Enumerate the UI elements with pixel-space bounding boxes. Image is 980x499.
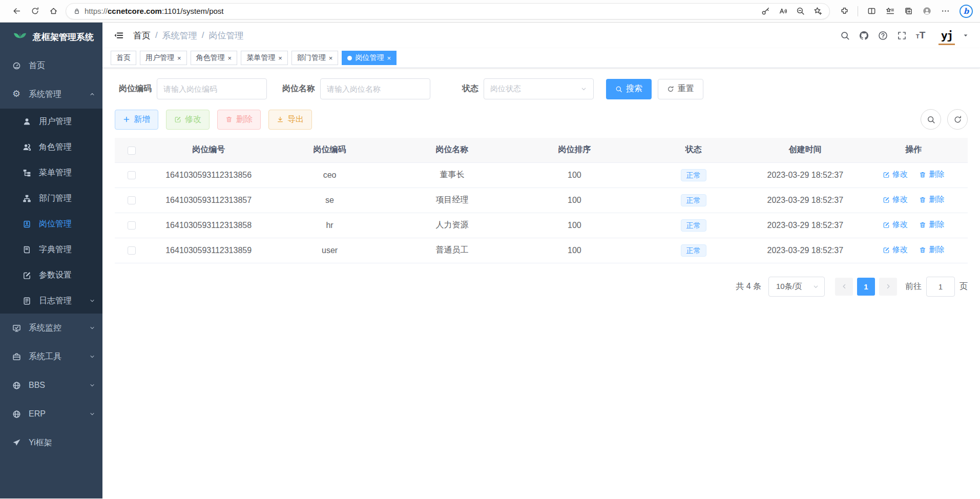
- tab[interactable]: 部门管理 ×: [291, 51, 339, 65]
- breadcrumb: 首页/系统管理/岗位管理: [133, 30, 243, 41]
- sidebar-item[interactable]: Yi框架: [0, 428, 102, 457]
- breadcrumb-separator: /: [155, 30, 158, 40]
- close-icon[interactable]: ×: [177, 55, 181, 61]
- sidebar-item[interactable]: BBS: [0, 371, 102, 400]
- status-badge: 正常: [681, 194, 706, 206]
- sidebar-item[interactable]: 系统工具: [0, 342, 102, 371]
- sidebar-item[interactable]: 用户管理: [0, 109, 102, 134]
- sidebar-item[interactable]: ERP: [0, 400, 102, 428]
- favorites-list-icon[interactable]: [881, 3, 899, 19]
- app-logo[interactable]: 意框架管理系统: [0, 23, 102, 51]
- back-icon[interactable]: [7, 3, 26, 19]
- sidebar-item[interactable]: 参数设置: [0, 262, 102, 288]
- sidebar-item[interactable]: 首页: [0, 51, 102, 80]
- sidebar-item[interactable]: 菜单管理: [0, 160, 102, 185]
- row-edit-button[interactable]: 修改: [883, 245, 908, 255]
- key-icon[interactable]: [757, 3, 774, 19]
- tab[interactable]: 用户管理 ×: [140, 51, 187, 65]
- tags-view: 首页 用户管理 × 角色管理 × 菜单管理: [102, 48, 980, 68]
- sidebar-item[interactable]: 角色管理: [0, 134, 102, 160]
- post-table: 岗位编号岗位编码岗位名称岗位排序状态创建时间操作 164103059311231…: [115, 138, 968, 263]
- row-checkbox[interactable]: [128, 171, 136, 179]
- column-header: 岗位编号: [149, 138, 268, 162]
- table-body: 1641030593112313856 ceo 董事长 100 正常 2023-…: [115, 162, 968, 263]
- column-header: 岗位排序: [513, 138, 636, 162]
- search-icon[interactable]: [838, 28, 852, 43]
- post-code-cell: user: [268, 238, 391, 263]
- add-button[interactable]: 新增: [115, 110, 158, 130]
- column-header: 岗位编码: [268, 138, 391, 162]
- sidebar-item[interactable]: 字典管理: [0, 237, 102, 262]
- row-edit-button[interactable]: 修改: [883, 195, 908, 204]
- question-icon[interactable]: [875, 28, 890, 43]
- post-code-cell: ceo: [268, 162, 391, 188]
- close-icon[interactable]: ×: [228, 55, 232, 61]
- home-icon[interactable]: [44, 3, 62, 19]
- tab[interactable]: 菜单管理 ×: [241, 51, 288, 65]
- sidebar-item[interactable]: 岗位管理: [0, 211, 102, 237]
- breadcrumb-item[interactable]: 系统管理: [162, 30, 197, 41]
- status-select[interactable]: 岗位状态: [484, 78, 594, 99]
- next-page-button[interactable]: [879, 278, 897, 296]
- refresh-table-button[interactable]: [947, 109, 968, 130]
- page-number-button[interactable]: 1: [857, 278, 875, 296]
- prev-page-button[interactable]: [835, 278, 853, 296]
- collections-icon[interactable]: [899, 3, 918, 19]
- hamburger-icon[interactable]: [114, 30, 124, 40]
- close-icon[interactable]: ×: [278, 55, 282, 61]
- goto-page-input[interactable]: [926, 277, 955, 297]
- row-delete-button[interactable]: 删除: [919, 220, 944, 230]
- tab[interactable]: 角色管理 ×: [191, 51, 238, 65]
- row-delete-button[interactable]: 删除: [919, 245, 944, 255]
- status-select-placeholder: 岗位状态: [490, 84, 521, 94]
- row-checkbox[interactable]: [128, 196, 136, 204]
- avatar[interactable]: yj: [936, 25, 957, 46]
- row-checkbox[interactable]: [128, 246, 136, 255]
- delete-button[interactable]: 删除: [217, 110, 261, 130]
- total-count: 共 4 条: [736, 281, 761, 292]
- search-button[interactable]: 搜索: [606, 79, 652, 99]
- toggle-search-button[interactable]: [921, 109, 941, 130]
- zoom-out-icon[interactable]: [791, 3, 809, 19]
- font-size-icon[interactable]: TT: [913, 28, 928, 43]
- more-icon[interactable]: [936, 3, 954, 19]
- sidebar-item[interactable]: 部门管理: [0, 185, 102, 211]
- org-icon: [23, 194, 35, 203]
- globe-icon: [12, 410, 25, 419]
- reload-icon[interactable]: [26, 3, 44, 19]
- tab[interactable]: 岗位管理 ×: [342, 51, 397, 65]
- post-name-input[interactable]: [320, 78, 430, 99]
- sidebar-item[interactable]: ⚙ 系统管理: [0, 80, 102, 109]
- address-bar[interactable]: https://ccnetcore.com:1101/system/post: [66, 3, 830, 19]
- reset-button[interactable]: 重置: [658, 79, 703, 99]
- row-edit-button[interactable]: 修改: [883, 170, 908, 179]
- close-icon[interactable]: ×: [329, 55, 333, 61]
- profile-icon[interactable]: [918, 3, 936, 19]
- copilot-icon[interactable]: b: [960, 5, 973, 18]
- page-size-select[interactable]: 10条/页: [768, 277, 825, 297]
- row-checkbox[interactable]: [128, 221, 136, 230]
- row-edit-button[interactable]: 修改: [883, 220, 908, 230]
- puzzle-icon[interactable]: [835, 3, 853, 19]
- row-delete-button[interactable]: 删除: [919, 195, 944, 204]
- sidebar-item[interactable]: 日志管理: [0, 288, 102, 314]
- row-delete-button[interactable]: 删除: [919, 170, 944, 179]
- split-screen-icon[interactable]: [862, 3, 881, 19]
- select-all-checkbox[interactable]: [128, 147, 136, 155]
- caret-down-icon[interactable]: [963, 32, 969, 38]
- close-icon[interactable]: ×: [387, 55, 391, 61]
- read-aloud-icon[interactable]: [774, 3, 791, 19]
- github-icon[interactable]: [857, 28, 871, 43]
- star-plus-icon[interactable]: [809, 3, 826, 19]
- post-code-input[interactable]: [157, 78, 267, 99]
- avatar-accent-bar: [939, 44, 955, 45]
- export-button[interactable]: 导出: [268, 110, 312, 130]
- select-all-cell: [115, 138, 149, 162]
- breadcrumb-item[interactable]: 岗位管理: [208, 30, 243, 41]
- sidebar-item[interactable]: 系统监控: [0, 314, 102, 342]
- breadcrumb-item[interactable]: 首页: [133, 30, 151, 41]
- tab[interactable]: 首页: [111, 51, 136, 65]
- edit-button[interactable]: 修改: [166, 110, 210, 130]
- goto-label: 前往: [905, 281, 922, 292]
- fullscreen-icon[interactable]: [894, 28, 909, 43]
